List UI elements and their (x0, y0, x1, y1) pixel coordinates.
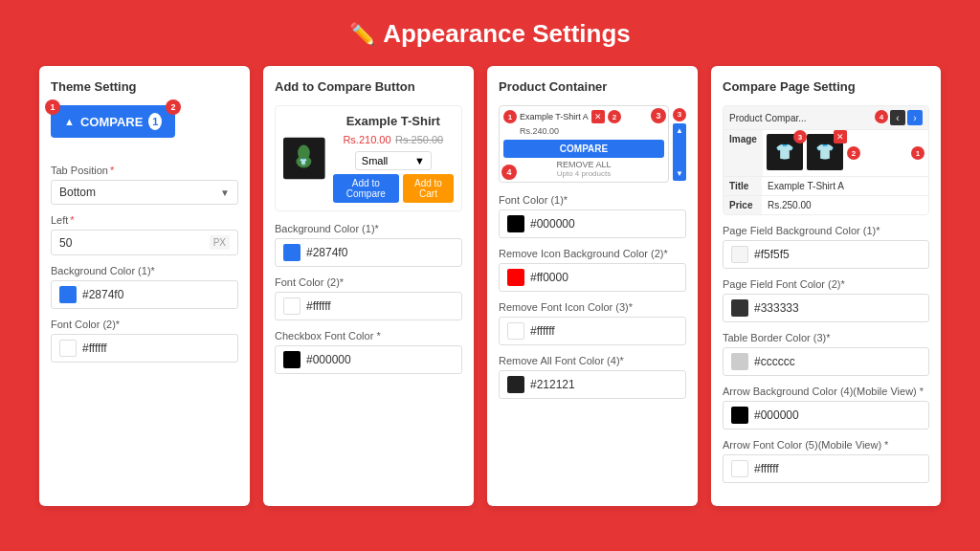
p2-bg-color-swatch (283, 244, 301, 261)
panel4-title: Compare Page Setting (723, 79, 929, 94)
p3-remove-font-icon-input[interactable]: #ffffff (499, 317, 686, 345)
panel-theme-setting: Theme Setting ▲ COMPARE 1 1 2 Tab Positi… (39, 66, 250, 506)
p4-table-border-input[interactable]: #cccccc (723, 347, 929, 376)
svg-text:👕: 👕 (300, 158, 307, 165)
bg-color-swatch (59, 286, 77, 303)
annotation-1: 1 (503, 110, 517, 123)
panels-container: Theme Setting ▲ COMPARE 1 1 2 Tab Positi… (19, 66, 961, 506)
annotation-2: 2 (608, 110, 621, 123)
tab-position-dropdown[interactable]: Bottom ▼ (51, 180, 238, 205)
p3-remove-font-icon-group: Remove Font Icon Color (3)* #ffffff (499, 301, 686, 345)
product-container-preview: 1 Example T-Shirt A ✕ 2 Rs.240.00 COMPAR… (499, 105, 669, 183)
p4-page-bg-input[interactable]: #f5f5f5 (723, 240, 929, 269)
image-header: Image (724, 130, 763, 176)
nav-left-arrow[interactable]: ‹ (890, 110, 905, 125)
p2-checkbox-color-swatch (283, 351, 301, 368)
p4-page-bg-swatch (731, 246, 748, 263)
title-value: Example T-Shirt A (762, 177, 928, 195)
add-to-cart-button[interactable]: Add to Cart (403, 174, 454, 203)
product-container-name: Example T-Shirt A (520, 112, 589, 121)
p3-remove-font-icon-label: Remove Font Icon Color (3)* (499, 301, 686, 313)
p2-font-color-swatch (283, 298, 301, 315)
annotation-1: 1 (911, 146, 924, 160)
p2-checkbox-color-label: Checkbox Font Color * (275, 330, 462, 342)
p4-arrow-font-label: Arrow Font Color (5)(Mobile View) * (723, 439, 929, 451)
annotation-4: 4 (501, 165, 517, 180)
bg-color-input[interactable]: #2874f0 (51, 280, 238, 309)
product-preview: 👕 Example T-Shirt Rs.210.00 Rs.250.00 Sm… (275, 105, 462, 211)
price-row: Price Rs.250.00 (724, 195, 928, 214)
p3-font-color-swatch (507, 215, 524, 232)
nav-arrows: 4 ‹ › (875, 110, 923, 125)
annotation-1: 1 (45, 99, 60, 115)
p4-page-font-input[interactable]: #333333 (723, 294, 929, 322)
panel-product-container: Product Container 1 Example T-Shirt A ✕ … (487, 66, 698, 506)
p3-remove-icon-bg-label: Remove Icon Background Color (2)* (499, 248, 686, 259)
p3-remove-icon-bg-swatch (507, 269, 524, 286)
scroll-up-icon: ▲ (676, 126, 683, 135)
product-thumb-1: 👕 3 (767, 134, 803, 172)
scroll-down-icon: ▼ (676, 169, 683, 178)
size-dropdown[interactable]: Small ▼ (355, 151, 432, 170)
panel1-title: Theme Setting (51, 79, 238, 94)
p3-remove-icon-bg-group: Remove Icon Background Color (2)* #ff000… (499, 248, 686, 292)
price-value: Rs.250.00 (762, 196, 928, 214)
p2-bg-color-group: Background Color (1)* #2874f0 (275, 223, 462, 267)
p2-checkbox-color-group: Checkbox Font Color * #000000 (275, 330, 462, 374)
p4-arrow-font-group: Arrow Font Color (5)(Mobile View) * #fff… (723, 439, 929, 483)
nav-right-arrow[interactable]: › (907, 110, 923, 125)
p3-remove-icon-bg-input[interactable]: #ff0000 (499, 263, 686, 292)
p3-font-color-label: Font Color (1)* (499, 194, 686, 206)
p3-remove-font-icon-swatch (507, 322, 524, 340)
image-row: Image 👕 3 👕 ✕ (724, 129, 928, 176)
p3-remove-all-font-swatch (507, 376, 524, 393)
p2-font-color-group: Font Color (2)* #ffffff (275, 276, 462, 320)
left-input[interactable]: 50 PX (51, 230, 238, 255)
p4-page-bg-label: Page Field Background Color (1)* (723, 225, 929, 236)
product-buttons: Add to Compare Add to Cart (333, 174, 454, 203)
p4-page-font-group: Page Field Font Color (2)* #333333 (723, 278, 929, 322)
font-color-label: Font Color (2)* (51, 319, 238, 330)
p4-table-border-label: Table Border Color (3)* (723, 332, 929, 343)
remove-product-icon[interactable]: ✕ (834, 130, 847, 143)
font-color-group: Font Color (2)* #ffffff (51, 319, 238, 363)
compare-table-header: Product Compar... 4 ‹ › (724, 106, 928, 129)
svg-text:👕: 👕 (815, 143, 835, 161)
p4-arrow-bg-input[interactable]: #000000 (723, 401, 929, 430)
scroll-bar-preview: ▲ ▼ (673, 123, 686, 181)
annotation-3: 3 (793, 130, 807, 143)
p2-bg-color-input[interactable]: #2874f0 (275, 238, 462, 267)
svg-text:👕: 👕 (775, 143, 794, 161)
p4-arrow-bg-swatch (731, 407, 748, 424)
p3-font-color-input[interactable]: #000000 (499, 209, 686, 238)
p3-remove-all-font-input[interactable]: #212121 (499, 370, 686, 399)
p3-remove-all-font-group: Remove All Font Color (4)* #212121 (499, 355, 686, 399)
pencil-icon: ✏️ (349, 22, 375, 47)
page-title: Appearance Settings (383, 19, 631, 49)
annotation-2: 2 (847, 146, 860, 160)
annotation-3: 3 (651, 108, 666, 123)
product-price-new: Rs.210.00 (343, 134, 390, 145)
add-to-compare-button[interactable]: Add to Compare (333, 174, 399, 203)
p4-page-font-swatch (731, 299, 748, 317)
p4-arrow-bg-group: Arrow Background Color (4)(Mobile View) … (723, 386, 929, 430)
p2-font-color-input[interactable]: #ffffff (275, 292, 462, 320)
tab-position-label: Tab Position * (51, 165, 238, 176)
p4-arrow-bg-label: Arrow Background Color (4)(Mobile View) … (723, 386, 929, 397)
p2-font-color-label: Font Color (2)* (275, 276, 462, 288)
p4-arrow-font-swatch (731, 460, 748, 477)
compare-badge: 1 (148, 113, 162, 130)
p3-remove-all-font-label: Remove All Font Color (4)* (499, 355, 686, 366)
bg-color-group: Background Color (1)* #2874f0 (51, 265, 238, 309)
p2-checkbox-color-input[interactable]: #000000 (275, 345, 462, 374)
p4-table-border-group: Table Border Color (3)* #cccccc (723, 332, 929, 376)
annotation-4: 4 (875, 110, 888, 123)
left-group: Left * 50 PX (51, 214, 238, 255)
tab-position-group: Tab Position * Bottom ▼ (51, 165, 238, 205)
p4-arrow-font-input[interactable]: #ffffff (723, 454, 929, 483)
compare-tab-label: COMPARE (80, 115, 143, 129)
left-label: Left * (51, 214, 238, 226)
px-label: PX (210, 235, 230, 250)
font-color-input[interactable]: #ffffff (51, 334, 238, 363)
product-name: Example T-Shirt (333, 114, 454, 128)
